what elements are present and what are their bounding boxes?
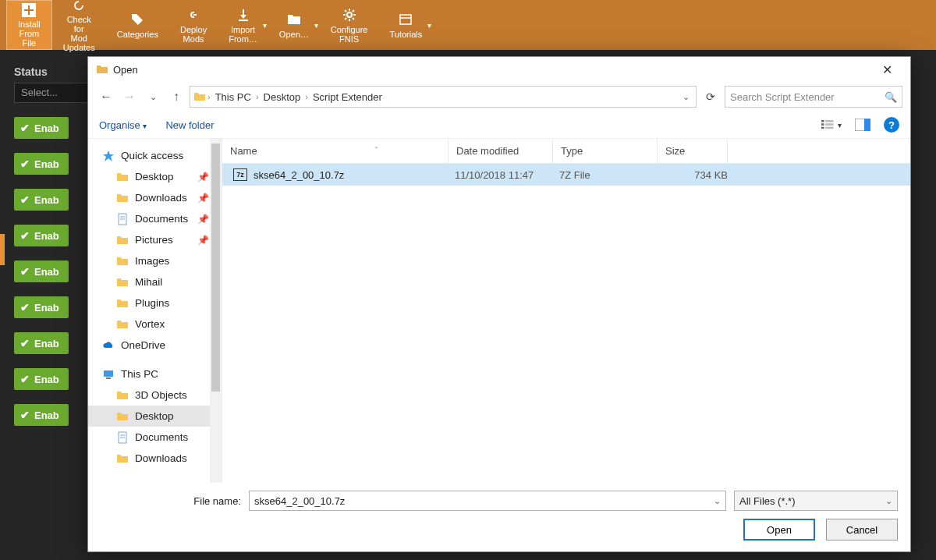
back-button[interactable]: ←: [96, 87, 116, 107]
tree-quick-access[interactable]: Quick access: [88, 145, 222, 166]
file-list: 7zskse64_2_00_10.7z 11/10/2018 11:47 7Z …: [222, 164, 910, 186]
toolbar-deploy-mods[interactable]: DeployMods: [169, 0, 218, 50]
tree-label: Downloads: [135, 452, 187, 464]
tree-mihail[interactable]: Mihail: [88, 271, 222, 292]
up-button[interactable]: ↑: [166, 87, 186, 107]
plus-icon: [21, 3, 37, 17]
cancel-button[interactable]: Cancel: [826, 519, 898, 541]
tree-pictures[interactable]: Pictures 📌: [88, 229, 222, 250]
tree-scrollbar[interactable]: [210, 139, 222, 483]
file-size: 734 KB: [658, 169, 728, 181]
tree-desktop[interactable]: Desktop 📌: [88, 166, 222, 187]
star-icon: [102, 150, 115, 162]
pin-icon: 📌: [197, 172, 209, 183]
svg-point-3: [347, 12, 352, 17]
enable-button[interactable]: ✔Enab: [14, 153, 69, 175]
window-icon: [398, 12, 413, 27]
enable-button[interactable]: ✔Enab: [14, 332, 69, 354]
filename-input[interactable]: skse64_2_00_10.7z ⌄: [249, 491, 726, 511]
tree-documents[interactable]: Documents 📌: [88, 208, 222, 229]
open-button[interactable]: Open: [743, 519, 815, 541]
enable-button[interactable]: ✔Enab: [14, 225, 69, 246]
preview-pane-button[interactable]: [853, 116, 873, 133]
svg-rect-7: [825, 120, 833, 122]
status-heading: Status: [14, 66, 76, 78]
breadcrumb-dropdown[interactable]: ⌄: [679, 92, 693, 102]
tree-3d-objects[interactable]: 3D Objects: [88, 385, 222, 406]
toolbar-open-[interactable]: Open… ▾: [268, 0, 320, 50]
refresh-icon: [71, 0, 87, 12]
toolbar-check-for-mod-updates[interactable]: CheckforModUpdates: [52, 0, 106, 50]
tree-label: Pictures: [135, 234, 173, 246]
folder-icon: [116, 297, 129, 310]
tree-plugins[interactable]: Plugins: [88, 292, 222, 314]
tree-downloads[interactable]: Downloads 📌: [88, 187, 222, 208]
column-headers: Nameˆ Date modified Type Size: [222, 139, 910, 164]
close-button[interactable]: ✕: [871, 57, 902, 82]
enable-button[interactable]: ✔Enab: [14, 117, 69, 139]
file-type-filter[interactable]: All Files (*.*) ⌄: [734, 491, 898, 511]
view-options-button[interactable]: ▾: [821, 116, 842, 133]
recent-locations-button[interactable]: ⌄: [143, 87, 163, 107]
folder-icon: [286, 12, 302, 27]
tree-label: Downloads: [135, 192, 187, 204]
gear-icon: [342, 7, 357, 23]
crumb-desktop[interactable]: Desktop: [261, 91, 304, 103]
folder-icon: [116, 192, 129, 204]
refresh-button[interactable]: ⟳: [700, 86, 722, 108]
tree-this-pc[interactable]: This PC: [88, 363, 222, 385]
toolbar-label: DeployMods: [180, 25, 207, 44]
column-size[interactable]: Size: [658, 139, 728, 163]
check-icon: ✔: [20, 409, 30, 421]
tree-scroll-thumb[interactable]: [211, 144, 220, 392]
tree-label: OneDrive: [121, 339, 165, 351]
new-folder-button[interactable]: New folder: [165, 119, 214, 131]
organise-menu[interactable]: Organise ▾: [99, 119, 147, 131]
check-icon: ✔: [20, 373, 30, 385]
folder-icon: [116, 171, 129, 183]
chevron-down-icon: ⌄: [885, 496, 892, 506]
search-placeholder: Search Script Extender: [730, 91, 835, 103]
breadcrumb[interactable]: › This PC›Desktop›Script Extender⌄: [190, 86, 697, 108]
column-date[interactable]: Date modified: [448, 139, 553, 163]
toolbar-label: ConfigureFNIS: [331, 25, 368, 44]
toolbar-import-from-[interactable]: ImportFrom… ▾: [218, 0, 268, 50]
status-select[interactable]: Select...: [14, 83, 92, 103]
crumb-this-pc[interactable]: This PC: [212, 91, 254, 103]
tree-label: Quick access: [121, 150, 183, 161]
folder-open-icon: [96, 63, 108, 76]
tree-onedrive[interactable]: OneDrive: [88, 335, 222, 356]
svg-rect-4: [400, 15, 411, 24]
tree-label: This PC: [121, 368, 158, 380]
tree-images[interactable]: Images: [88, 250, 222, 271]
enable-button[interactable]: ✔Enab: [14, 261, 69, 282]
column-type[interactable]: Type: [553, 139, 658, 163]
archive-icon: 7z: [233, 168, 247, 181]
pin-icon: 📌: [197, 193, 209, 204]
toolbar-categories[interactable]: Categories: [106, 0, 169, 50]
column-name[interactable]: Nameˆ: [222, 139, 448, 163]
tree-desktop[interactable]: Desktop: [88, 406, 222, 427]
enable-button[interactable]: ✔Enab: [14, 404, 69, 426]
search-input[interactable]: Search Script Extender 🔍: [725, 86, 902, 108]
file-row[interactable]: 7zskse64_2_00_10.7z 11/10/2018 11:47 7Z …: [222, 164, 910, 186]
toolbar-configure-fnis[interactable]: ConfigureFNIS: [320, 0, 379, 50]
toolbar-label: InstallFromFile: [18, 19, 41, 48]
crumb-script-extender[interactable]: Script Extender: [310, 91, 385, 103]
tree-documents[interactable]: Documents: [88, 427, 222, 448]
enable-button[interactable]: ✔Enab: [14, 296, 69, 318]
tree-label: Plugins: [135, 297, 169, 309]
enable-button[interactable]: ✔Enab: [14, 368, 69, 390]
forward-button[interactable]: →: [119, 87, 140, 107]
tree-label: Vortex: [135, 318, 165, 330]
doc-icon: [116, 431, 129, 444]
enable-button[interactable]: ✔Enab: [14, 189, 69, 211]
toolbar-tutorials[interactable]: Tutorials ▾: [378, 0, 433, 50]
tree-downloads[interactable]: Downloads: [88, 448, 222, 469]
tree-vortex[interactable]: Vortex: [88, 314, 222, 335]
check-icon: ✔: [20, 337, 30, 349]
toolbar-install-from-file[interactable]: InstallFromFile: [6, 0, 52, 50]
tree-label: Desktop: [135, 410, 174, 422]
chevron-right-icon: ›: [305, 92, 308, 101]
help-button[interactable]: ?: [884, 117, 899, 133]
